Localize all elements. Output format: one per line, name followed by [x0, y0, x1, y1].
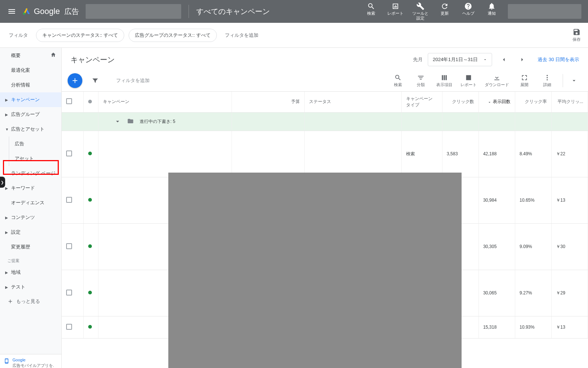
add-campaign-button[interactable]: [68, 73, 82, 88]
account-info-box[interactable]: [508, 4, 581, 19]
table-header-row: キャンペーン 予算 ステータス キャンペーン タイプ クリック数 表示回数 クリ…: [62, 92, 588, 112]
table-toolbar: フィルタを追加 検索 分類 表示項目 レポート ダウンロード 展開 詳細: [62, 70, 588, 92]
sidenav-overview[interactable]: 概要: [0, 48, 61, 63]
brand-main: Google: [34, 7, 60, 16]
sidenav-more[interactable]: もっと見る: [0, 294, 61, 308]
sidenav-adgroups[interactable]: ▶広告グループ: [0, 107, 61, 122]
sidenav-landing[interactable]: ランディング ページ: [0, 166, 61, 181]
filterbar: フィルタ キャンペーンのステータス:: すべて 広告グループのステータス:: す…: [0, 23, 588, 48]
toolbar-collapse[interactable]: [567, 73, 581, 88]
sidenav-keywords[interactable]: ▶キーワード: [0, 181, 61, 195]
row-checkbox[interactable]: [66, 324, 72, 330]
header-status[interactable]: ステータス: [305, 92, 402, 112]
sidenav-test[interactable]: ▶テスト: [0, 280, 61, 294]
toolbar-add-filter[interactable]: フィルタを追加: [116, 77, 150, 84]
filter-label: フィルタ: [9, 32, 28, 39]
content-header: キャンペーン 先月 2024年1月1日～31日 過去 30 日間を表示: [62, 48, 588, 70]
toolbar-search[interactable]: 検索: [391, 74, 405, 88]
top-help-button[interactable]: ヘルプ: [461, 2, 476, 16]
top-tools: 検索 レポート ツールと 設定 更新 ヘルプ 通知: [364, 0, 499, 23]
toolbar-columns[interactable]: 表示項目: [436, 74, 452, 88]
sidenav: ❯ 概要 最適化案 分析情報 ▶キャンペーン ▶広告グループ ▼広告とアセット …: [0, 48, 62, 368]
mobile-app-promo[interactable]: Google広告モバイルアプリを.: [0, 354, 61, 368]
collapse-handle[interactable]: ❯: [0, 177, 5, 188]
toolbar-expand[interactable]: 展開: [517, 74, 532, 88]
home-icon: [50, 52, 56, 59]
toolbar-download[interactable]: ダウンロード: [485, 74, 509, 88]
header-cpc[interactable]: 平均クリッ...: [551, 92, 588, 112]
date-range-picker[interactable]: 2024年1月1日～31日: [428, 53, 492, 66]
redacted-overlay: [168, 173, 462, 368]
account-selector[interactable]: [86, 4, 181, 19]
svg-point-3: [546, 79, 548, 80]
topbar: Google 広告 すべてのキャンペーン 検索 レポート ツールと 設定 更新 …: [0, 0, 588, 23]
row-checkbox[interactable]: [66, 151, 72, 156]
row-checkbox[interactable]: [66, 197, 72, 203]
add-filter-link[interactable]: フィルタを追加: [225, 32, 258, 39]
header-clicks[interactable]: クリック数: [442, 92, 478, 112]
plus-icon: [7, 298, 13, 304]
table-wrap: キャンペーン 予算 ステータス キャンペーン タイプ クリック数 表示回数 クリ…: [62, 92, 588, 368]
header-campaign[interactable]: キャンペーン: [98, 92, 232, 112]
top-notifications-button[interactable]: 通知: [484, 2, 499, 16]
top-refresh-button[interactable]: 更新: [437, 2, 452, 16]
page-title: キャンペーン: [71, 55, 115, 65]
last-month-label: 先月: [413, 56, 423, 63]
show-30-days-link[interactable]: 過去 30 日間を表示: [538, 56, 579, 63]
svg-point-2: [546, 77, 548, 78]
sidenav-settings[interactable]: ▶設定: [0, 225, 61, 240]
header-type[interactable]: キャンペーン タイプ: [402, 92, 442, 112]
toolbar-segment[interactable]: 分類: [413, 74, 428, 88]
filter-icon: [92, 77, 99, 84]
status-dot-icon: [88, 291, 92, 294]
status-dot-icon: [88, 244, 92, 248]
sidenav-change-history[interactable]: 変更履歴: [0, 240, 61, 254]
status-dot-icon: [88, 325, 92, 329]
scope-label: すべてのキャンペーン: [196, 7, 270, 17]
date-prev-button[interactable]: [497, 53, 510, 66]
divider: [563, 74, 563, 87]
sidenav-analytics[interactable]: 分析情報: [0, 78, 61, 92]
dropdown-icon: [483, 57, 487, 62]
top-search-button[interactable]: 検索: [364, 2, 379, 16]
sidenav-contents[interactable]: ▶コンテンツ: [0, 210, 61, 225]
row-checkbox[interactable]: [66, 290, 72, 296]
content-area: キャンペーン 先月 2024年1月1日～31日 過去 30 日間を表示 フィルタ…: [62, 48, 588, 368]
phone-icon: [4, 358, 10, 364]
date-next-button[interactable]: [516, 53, 529, 66]
table-row[interactable]: 検索 3,583 42,188 8.49% ￥22: [62, 131, 588, 177]
sidenav-campaigns[interactable]: ▶キャンペーン: [0, 92, 61, 107]
sidenav-audience[interactable]: オーディエンス: [0, 195, 61, 210]
sort-desc-icon: [487, 99, 492, 104]
header-budget[interactable]: 予算: [232, 92, 304, 112]
top-tools-settings-button[interactable]: ツールと 設定: [412, 2, 429, 21]
header-impressions[interactable]: 表示回数: [478, 92, 515, 112]
top-report-button[interactable]: レポート: [387, 2, 404, 16]
status-dot-icon: [88, 198, 92, 202]
row-checkbox[interactable]: [66, 243, 72, 249]
chip-campaign-status[interactable]: キャンペーンのステータス:: すべて: [36, 29, 124, 42]
google-ads-icon: [22, 7, 31, 16]
sidenav-optimization[interactable]: 最適化案: [0, 63, 61, 78]
logo[interactable]: Google 広告: [22, 7, 79, 17]
sidenav-ads[interactable]: 広告: [0, 137, 61, 151]
save-button[interactable]: 保存: [573, 28, 581, 42]
menu-button[interactable]: [3, 3, 21, 20]
svg-point-1: [546, 75, 548, 76]
brand-sub: 広告: [64, 7, 79, 17]
svg-point-0: [23, 13, 25, 15]
sidenav-assets[interactable]: アセット: [0, 151, 61, 166]
folder-icon: [127, 118, 134, 125]
header-ctr[interactable]: クリック率: [515, 92, 551, 112]
toolbar-details[interactable]: 詳細: [540, 74, 555, 88]
drafts-row[interactable]: 進行中の下書き: 5: [62, 112, 588, 131]
status-dot-icon: [88, 152, 92, 155]
toolbar-report[interactable]: レポート: [460, 74, 477, 88]
sidenav-region[interactable]: ▶地域: [0, 265, 61, 280]
sidenav-ads-assets[interactable]: ▼広告とアセット: [0, 122, 61, 137]
chevron-down-icon: [114, 118, 121, 125]
divider: [189, 5, 189, 18]
header-checkbox[interactable]: [62, 92, 83, 112]
filter-icon-button[interactable]: [87, 73, 103, 88]
chip-adgroup-status[interactable]: 広告グループのステータス:: すべて: [129, 29, 217, 42]
